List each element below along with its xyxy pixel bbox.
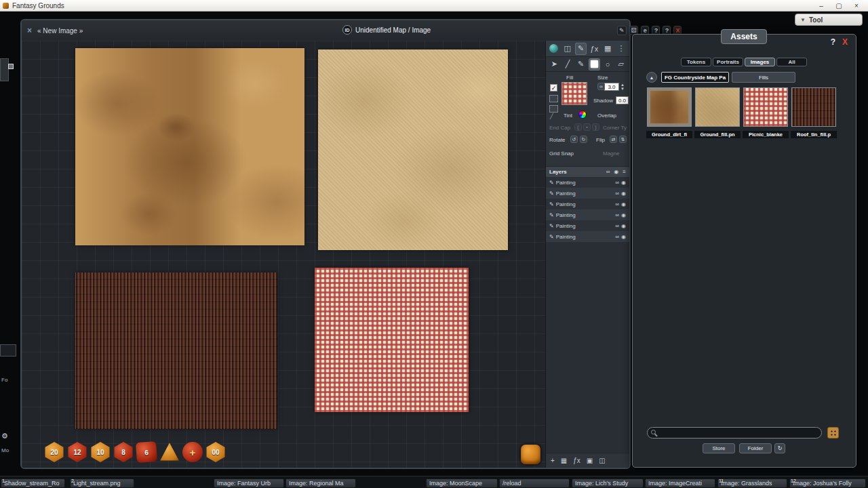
effects-icon[interactable]: ƒx <box>573 457 580 464</box>
die-d20[interactable]: 20 <box>44 442 64 462</box>
asset-item[interactable]: Picnic_blanke <box>743 87 789 138</box>
shadow-input[interactable] <box>616 96 629 104</box>
rotate-cw-button[interactable]: ↻ <box>580 136 587 143</box>
texture-ground-dirt[interactable] <box>75 48 304 245</box>
taskbar-item[interactable]: Image: Fantasy Urb <box>214 479 284 488</box>
die-d4[interactable] <box>159 442 180 462</box>
store-button[interactable]: Store <box>703 443 735 453</box>
layer-row[interactable]: ✎ Painting ∞ ◉ <box>546 231 629 242</box>
select-tool-icon[interactable]: ➤ <box>549 58 560 70</box>
link-icon[interactable]: ∞ <box>615 223 619 229</box>
brush-icon[interactable]: ✎ <box>575 43 587 55</box>
asset-thumbnail[interactable] <box>743 87 788 127</box>
size-stepper[interactable]: ▲▼ <box>620 83 625 91</box>
die-d100[interactable]: 00 <box>205 442 226 462</box>
eye-icon[interactable]: ◉ <box>621 223 626 229</box>
die-d12[interactable]: 12 <box>67 442 87 462</box>
add-layer-icon[interactable]: + <box>551 457 555 464</box>
layer-row[interactable]: ✎ Painting ∞ ◉ <box>546 220 629 231</box>
taskbar-item[interactable]: 11 Image: Grasslands <box>717 479 787 488</box>
fill-checkbox[interactable]: ✓ <box>550 84 557 92</box>
canvas[interactable]: 20 12 10 8 6 + 00 <box>22 41 545 468</box>
taskbar-item[interactable]: 12 Image: Joshua's Folly <box>789 479 866 488</box>
texture-ground-fill[interactable] <box>318 49 508 250</box>
link-icon[interactable]: ∞ <box>615 234 619 240</box>
ellipse-tool-icon[interactable]: ○ <box>602 58 614 70</box>
link-icon[interactable]: ∞ <box>615 180 619 186</box>
tool-panel-button[interactable]: ▼ Tool <box>795 14 863 26</box>
link-all-icon[interactable]: ∞ <box>606 169 610 175</box>
asset-item[interactable]: Roof_tin_fill.p <box>791 87 837 138</box>
texture-slot-icon[interactable] <box>549 95 558 102</box>
link-icon[interactable]: ∞ <box>615 201 619 207</box>
flip-v-button[interactable]: ⇅ <box>619 136 627 143</box>
up-folder-button[interactable]: ▲ <box>646 72 657 83</box>
copy-icon[interactable]: ◫ <box>561 43 574 55</box>
minimize-button[interactable]: – <box>812 1 830 11</box>
stroke-icon[interactable]: ╱ <box>550 113 553 119</box>
asset-thumbnail[interactable] <box>647 87 692 127</box>
fills-filter-button[interactable]: Fills <box>732 72 795 83</box>
refresh-button[interactable]: ↻ <box>774 443 785 453</box>
layers-menu-icon[interactable]: ≡ <box>623 169 626 175</box>
eye-icon[interactable]: ◉ <box>621 234 626 240</box>
image-window-header[interactable]: × « New Image » ID Unidentified Map / Im… <box>22 20 629 41</box>
die-modifier[interactable]: + <box>182 442 203 462</box>
layer-row[interactable]: ✎ Painting ∞ ◉ <box>546 209 629 220</box>
grid-add-icon[interactable]: ▦ <box>561 457 567 464</box>
eye-icon[interactable]: ◉ <box>621 180 626 186</box>
close-button[interactable]: × <box>848 1 865 11</box>
module-breadcrumb[interactable]: FG Countryside Map Pa <box>661 72 729 83</box>
close-icon[interactable]: X <box>842 37 848 47</box>
folder-button[interactable]: Folder <box>739 443 772 453</box>
taskbar-item[interactable]: /reload <box>499 479 570 488</box>
layer-row[interactable]: ✎ Painting ∞ ◉ <box>546 177 629 188</box>
tint-color-wheel[interactable] <box>578 110 587 119</box>
die-d6[interactable]: 6 <box>136 441 157 463</box>
link-icon[interactable]: ∞ <box>615 212 619 218</box>
asset-search-input[interactable] <box>647 427 822 439</box>
endcap-flat-button[interactable]: ▪ <box>583 123 591 131</box>
link-icon[interactable]: ∞ <box>615 190 619 197</box>
edit-icon[interactable]: ✎ <box>617 26 627 35</box>
asset-thumbnail[interactable] <box>791 87 836 127</box>
eye-icon[interactable]: ◉ <box>621 212 626 218</box>
radial-menu-icon[interactable]: × <box>27 26 32 35</box>
size-mode-button[interactable]: ∞ <box>597 83 605 90</box>
layer-row[interactable]: ✎ Painting ∞ ◉ <box>546 199 629 209</box>
asset-item[interactable]: Ground_dirt_fi <box>646 87 692 138</box>
tab-portraits[interactable]: Portraits <box>713 58 743 66</box>
rect-tool-icon[interactable] <box>589 58 600 70</box>
dice-tower-icon[interactable] <box>521 445 540 464</box>
tab-tokens[interactable]: Tokens <box>681 58 711 66</box>
more-icon[interactable]: ⋮ <box>615 43 627 55</box>
fill-texture-swatch[interactable] <box>561 82 587 105</box>
tab-images[interactable]: Images <box>745 58 775 66</box>
taskbar-item[interactable]: 2 Light_stream.png <box>70 479 134 488</box>
texture-slot-icon[interactable] <box>549 105 558 113</box>
assets-title[interactable]: Assets <box>721 29 767 44</box>
layer-row[interactable]: ✎ Painting ∞ ◉ <box>546 188 629 199</box>
help-icon[interactable]: ? <box>831 37 835 47</box>
die-d8[interactable]: 8 <box>113 442 134 462</box>
eraser-tool-icon[interactable]: ▱ <box>615 58 627 70</box>
image-icon[interactable]: ▣ <box>587 457 593 464</box>
taskbar-item[interactable]: Image: Lich's Study <box>572 479 644 488</box>
docked-panel-edge[interactable] <box>0 344 16 357</box>
eye-icon[interactable]: ◉ <box>621 190 626 197</box>
flip-h-button[interactable]: ⇄ <box>610 136 617 143</box>
effects-icon[interactable]: ƒx <box>588 43 600 55</box>
taskbar-item[interactable]: Image: ImageCreati <box>645 479 715 488</box>
taskbar-item[interactable]: Image: MoonScape <box>426 479 498 488</box>
endcap-square-button[interactable]: ) <box>592 123 599 131</box>
magnet-button[interactable]: Magne <box>603 150 619 157</box>
size-input[interactable] <box>604 83 619 91</box>
line-tool-icon[interactable]: ╱ <box>562 58 574 70</box>
taskbar-item[interactable]: 1 Shadow_stream_Ro <box>1 479 65 488</box>
endcap-round-button[interactable]: ( <box>574 123 582 131</box>
grid-icon[interactable]: ▦ <box>601 43 614 55</box>
overlap-label[interactable]: Overlap <box>597 113 616 119</box>
grid-snap-label[interactable]: Grid Snap <box>549 150 574 157</box>
texture-roof-tin[interactable] <box>75 272 277 429</box>
asset-item[interactable]: Ground_fill.pn <box>694 87 741 138</box>
